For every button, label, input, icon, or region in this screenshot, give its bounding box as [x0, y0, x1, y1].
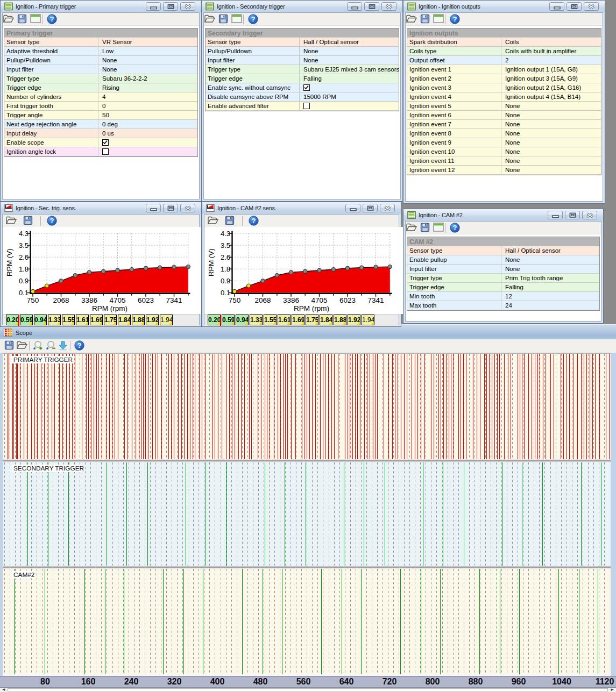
svg-text:3386: 3386 [283, 296, 299, 304]
svg-text:2068: 2068 [254, 296, 271, 304]
svg-text:CAM#2: CAM#2 [13, 571, 34, 579]
svg-text:3.5: 3.5 [19, 241, 29, 249]
svg-text:?: ? [453, 16, 457, 23]
svg-text:4.3: 4.3 [221, 230, 230, 238]
svg-text:PRIMARY TRIGGER: PRIMARY TRIGGER [13, 356, 73, 363]
svg-text:2.6: 2.6 [19, 253, 29, 261]
svg-text:0.1: 0.1 [221, 289, 230, 297]
svg-text:RPM (rpm): RPM (rpm) [294, 304, 329, 312]
svg-text:3.5: 3.5 [221, 241, 230, 249]
svg-text:?: ? [252, 217, 256, 225]
svg-text:6023: 6023 [138, 296, 154, 304]
svg-text:?: ? [77, 342, 82, 349]
svg-text:3386: 3386 [81, 296, 97, 304]
svg-text:2.6: 2.6 [221, 253, 230, 261]
svg-text:0.9: 0.9 [19, 277, 29, 285]
svg-text:RPM (rpm): RPM (rpm) [92, 304, 128, 312]
svg-text:0.1: 0.1 [19, 289, 29, 297]
svg-text:2068: 2068 [53, 296, 69, 304]
svg-text:4705: 4705 [311, 296, 327, 304]
svg-text:750: 750 [229, 296, 241, 304]
svg-text:?: ? [453, 224, 457, 232]
svg-text:?: ? [50, 217, 54, 225]
svg-text:4705: 4705 [109, 296, 125, 304]
svg-text:SECONDARY TRIGGER: SECONDARY TRIGGER [13, 465, 84, 472]
svg-text:4.3: 4.3 [19, 230, 29, 238]
svg-text:0.9: 0.9 [221, 277, 230, 285]
svg-text:?: ? [251, 16, 256, 23]
svg-text:750: 750 [27, 296, 39, 304]
svg-text:RPM (V): RPM (V) [5, 248, 13, 276]
svg-text:RPM (V): RPM (V) [207, 248, 215, 276]
svg-text:1.8: 1.8 [19, 265, 29, 273]
svg-text:6023: 6023 [339, 296, 356, 304]
svg-text:?: ? [50, 16, 54, 23]
svg-text:7341: 7341 [166, 296, 182, 304]
svg-text:1.8: 1.8 [221, 265, 230, 273]
svg-text:7341: 7341 [367, 296, 384, 304]
